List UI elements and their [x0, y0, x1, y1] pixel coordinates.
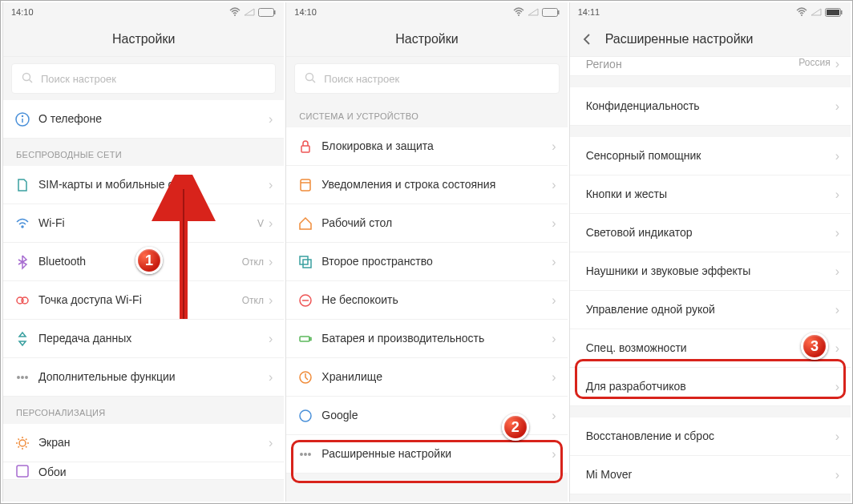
- more-icon: [297, 446, 313, 462]
- item-touch-assistant[interactable]: Сенсорный помощник ›: [570, 137, 851, 175]
- wifi-icon: [229, 7, 241, 17]
- chevron-right-icon: ›: [552, 178, 556, 192]
- svg-line-22: [313, 79, 316, 83]
- signal-icon: [528, 8, 539, 16]
- status-bar: 14:11: [570, 2, 851, 22]
- item-dnd[interactable]: Не беспокоить ›: [286, 281, 567, 320]
- search-icon: [305, 72, 316, 86]
- more-icon: [14, 369, 30, 385]
- chevron-right-icon: ›: [835, 264, 839, 279]
- chevron-right-icon: ›: [269, 216, 273, 231]
- chevron-right-icon: ›: [835, 226, 839, 240]
- screen-header: Настройки: [3, 22, 284, 57]
- svg-rect-19: [542, 8, 557, 16]
- wifi-icon: [513, 7, 524, 17]
- chevron-right-icon: ›: [552, 216, 556, 231]
- phone-screen-1: 14:10 Настройки Поиск настроек О телефон…: [2, 2, 284, 502]
- sim-icon: [14, 177, 30, 193]
- info-icon: [14, 111, 30, 127]
- svg-point-11: [18, 376, 19, 377]
- battery-icon: [258, 8, 276, 17]
- chevron-right-icon: ›: [269, 370, 273, 385]
- chevron-right-icon: ›: [269, 332, 273, 346]
- signal-icon: [244, 8, 255, 16]
- item-developer-options[interactable]: Для разработчиков ›: [570, 368, 851, 406]
- item-mimover[interactable]: Mi Mover ›: [570, 456, 851, 494]
- chevron-right-icon: ›: [552, 332, 556, 346]
- item-data[interactable]: Передача данных ›: [3, 320, 284, 358]
- status-bar: 14:10: [3, 2, 284, 22]
- svg-point-18: [518, 14, 519, 16]
- svg-rect-15: [17, 466, 28, 477]
- svg-point-13: [26, 376, 27, 377]
- svg-rect-2: [274, 10, 276, 14]
- chevron-right-icon: ›: [269, 436, 273, 450]
- item-buttons[interactable]: Кнопки и жесты ›: [570, 175, 851, 214]
- lock-icon: [297, 139, 313, 155]
- dnd-icon: [297, 292, 313, 308]
- chevron-right-icon: ›: [835, 468, 839, 482]
- battery-icon: [825, 8, 843, 17]
- item-led[interactable]: Световой индикатор ›: [570, 214, 851, 252]
- status-time: 14:10: [11, 7, 34, 17]
- chevron-right-icon: ›: [552, 447, 556, 462]
- item-hotspot[interactable]: Точка доступа Wi-Fi Откл ›: [3, 281, 284, 320]
- svg-rect-26: [300, 256, 308, 264]
- chevron-right-icon: ›: [835, 380, 839, 394]
- chevron-right-icon: ›: [269, 293, 273, 308]
- item-region[interactable]: Регион Россия ›: [570, 57, 851, 76]
- item-onehand[interactable]: Управление одной рукой ›: [570, 291, 851, 329]
- phone-screen-2: 14:10 Настройки Поиск настроек СИСТЕМА И…: [285, 2, 567, 502]
- item-sim[interactable]: SIM-карты и мобильные сети ›: [3, 166, 284, 204]
- item-lock[interactable]: Блокировка и защита ›: [286, 127, 567, 166]
- chevron-right-icon: ›: [269, 255, 273, 269]
- svg-rect-24: [301, 179, 310, 191]
- annotation-badge-2: 2: [502, 413, 529, 441]
- notification-icon: [297, 177, 313, 193]
- wallpaper-icon: [14, 463, 30, 479]
- wifi-icon: [14, 216, 30, 232]
- header-title: Расширенные настройки: [605, 32, 754, 46]
- screen-header: Настройки: [286, 22, 567, 57]
- item-second-space[interactable]: Второе пространство ›: [286, 243, 567, 281]
- search-placeholder: Поиск настроек: [41, 73, 116, 85]
- item-advanced-settings[interactable]: Расширенные настройки ›: [286, 435, 567, 474]
- annotation-badge-1: 1: [135, 247, 163, 274]
- item-backup-reset[interactable]: Восстановление и сброс ›: [570, 417, 851, 456]
- back-button[interactable]: [580, 31, 596, 47]
- chevron-right-icon: ›: [835, 303, 839, 317]
- item-audio[interactable]: Наушники и звуковые эффекты ›: [570, 252, 851, 291]
- battery-icon: [297, 331, 313, 347]
- item-battery[interactable]: Батарея и производительность ›: [286, 320, 567, 358]
- svg-point-37: [801, 14, 802, 16]
- search-input[interactable]: Поиск настроек: [11, 63, 276, 94]
- chevron-right-icon: ›: [269, 178, 273, 192]
- bluetooth-icon: [14, 254, 30, 270]
- chevron-right-icon: ›: [835, 149, 839, 163]
- item-wallpaper[interactable]: Обои: [3, 462, 284, 480]
- svg-rect-1: [259, 8, 274, 16]
- wifi-icon: [796, 7, 807, 17]
- svg-point-7: [22, 115, 23, 116]
- chevron-right-icon: ›: [835, 429, 839, 444]
- svg-point-36: [309, 453, 310, 454]
- battery-icon: [542, 8, 560, 17]
- item-wifi[interactable]: Wi-Fi V ›: [3, 204, 284, 243]
- item-privacy[interactable]: Конфиденциальность ›: [570, 87, 851, 126]
- item-notif[interactable]: Уведомления и строка состояния ›: [286, 166, 567, 204]
- storage-icon: [297, 369, 313, 385]
- chevron-right-icon: ›: [835, 187, 839, 202]
- status-time: 14:11: [578, 7, 600, 17]
- item-storage[interactable]: Хранилище ›: [286, 358, 567, 397]
- section-wireless: БЕСПРОВОДНЫЕ СЕТИ: [3, 139, 284, 166]
- chevron-right-icon: ›: [552, 409, 556, 423]
- signal-icon: [811, 8, 822, 16]
- svg-point-8: [22, 226, 23, 228]
- search-input[interactable]: Поиск настроек: [294, 63, 559, 94]
- item-display[interactable]: Экран ›: [3, 424, 284, 462]
- item-home[interactable]: Рабочий стол ›: [286, 204, 567, 243]
- chevron-right-icon: ›: [552, 255, 556, 269]
- chevron-right-icon: ›: [552, 139, 556, 154]
- item-about-phone[interactable]: О телефоне ›: [3, 100, 284, 139]
- item-more[interactable]: Дополнительные функции ›: [3, 358, 284, 397]
